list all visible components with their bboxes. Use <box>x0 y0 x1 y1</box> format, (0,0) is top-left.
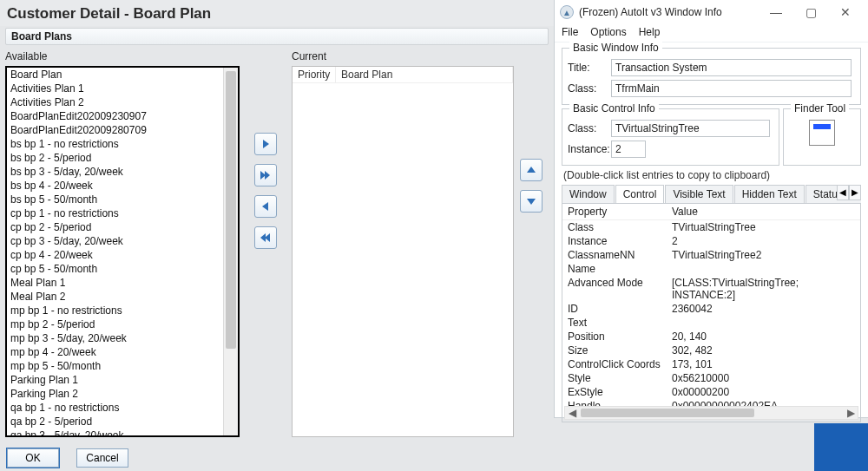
tab-scroll-right[interactable]: ▶ <box>849 185 861 200</box>
move-all-left-button[interactable] <box>254 226 277 249</box>
move-all-right-button[interactable] <box>254 164 277 186</box>
list-item[interactable]: Meal Plan 2 <box>7 290 238 304</box>
list-item[interactable]: bs bp 2 - 5/period <box>7 151 238 165</box>
close-button[interactable]: ✕ <box>828 0 863 24</box>
list-item[interactable]: mp bp 4 - 20/week <box>7 345 238 359</box>
move-left-button[interactable] <box>254 195 277 218</box>
list-item[interactable]: BoardPlanEdit202009230907 <box>7 109 238 123</box>
finder-tool-legend: Finder Tool <box>791 102 849 114</box>
list-item[interactable]: BoardPlanEdit202009280709 <box>7 123 238 137</box>
property-row[interactable]: Text <box>562 316 860 330</box>
list-item[interactable]: Activities Plan 2 <box>7 95 238 109</box>
property-value: [CLASS:TVirtualStringTree; INSTANCE:2] <box>672 277 855 301</box>
property-row[interactable]: Size302, 482 <box>562 343 860 357</box>
property-row[interactable]: ID2360042 <box>562 302 860 316</box>
page-title: Customer Detail - Board Plan <box>0 0 554 26</box>
property-name: Instance <box>568 235 672 247</box>
current-header-priority: Priority <box>293 67 336 82</box>
tab-window[interactable]: Window <box>562 185 615 203</box>
list-item[interactable]: qa bp 1 - no restrictions <box>7 401 238 415</box>
ok-button[interactable]: OK <box>7 448 59 468</box>
list-item[interactable]: cp bp 5 - 50/month <box>7 262 238 276</box>
move-down-button[interactable] <box>520 190 542 213</box>
list-item[interactable]: Parking Plan 1 <box>7 373 238 387</box>
scroll-left-icon[interactable]: ◀ <box>565 407 579 419</box>
list-item[interactable]: cp bp 1 - no restrictions <box>7 206 238 220</box>
list-item[interactable]: Meal Plan 1 <box>7 276 238 290</box>
value-ctrl-instance[interactable]: 2 <box>611 141 646 158</box>
value-window-class[interactable]: TfrmMain <box>611 80 852 97</box>
property-row[interactable]: ClassTVirtualStringTree <box>562 220 860 234</box>
scroll-right-icon[interactable]: ▶ <box>844 407 858 419</box>
property-header-property: Property <box>568 206 672 218</box>
property-row[interactable]: Advanced Mode[CLASS:TVirtualStringTree; … <box>562 276 860 302</box>
list-item[interactable]: cp bp 3 - 5/day, 20/week <box>7 234 238 248</box>
property-name: Size <box>568 344 672 357</box>
minimize-button[interactable]: — <box>759 0 793 24</box>
property-value: 2360042 <box>672 303 855 315</box>
property-row[interactable]: ExStyle0x00000200 <box>562 385 860 399</box>
tab-hidden-text[interactable]: Hidden Text <box>734 185 805 203</box>
tab-visible-text[interactable]: Visible Text <box>665 185 733 203</box>
list-item[interactable]: cp bp 4 - 20/week <box>7 248 238 262</box>
property-row[interactable]: Position20, 140 <box>562 330 860 343</box>
taskbar-corner <box>814 423 868 471</box>
list-item[interactable]: bs bp 3 - 5/day, 20/week <box>7 165 238 179</box>
scrollbar-vertical[interactable] <box>223 68 238 435</box>
list-item[interactable]: mp bp 2 - 5/period <box>7 317 238 331</box>
move-up-button[interactable] <box>520 159 542 181</box>
scrollbar-thumb[interactable] <box>226 71 236 349</box>
basic-control-info-group: Basic Control Info Class:TVirtualStringT… <box>562 108 779 166</box>
current-list[interactable]: Priority Board Plan <box>292 66 514 437</box>
property-row[interactable]: ControlClick Coords173, 101 <box>562 357 860 371</box>
scrollbar-horizontal[interactable]: ◀ ▶ <box>564 406 858 420</box>
autoit-titlebar: ▲ (Frozen) AutoIt v3 Window Info — ▢ ✕ <box>555 0 868 24</box>
property-row[interactable]: Style0x56210000 <box>562 371 860 385</box>
list-item[interactable]: cp bp 2 - 5/period <box>7 220 238 234</box>
cancel-button[interactable]: Cancel <box>76 448 128 468</box>
autoit-icon: ▲ <box>560 5 574 19</box>
list-item[interactable]: mp bp 3 - 5/day, 20/week <box>7 331 238 345</box>
property-name: Name <box>568 263 672 275</box>
menu-help[interactable]: Help <box>639 26 661 38</box>
scrollbar-thumb-h[interactable] <box>581 409 754 417</box>
property-value: 0x00000200 <box>672 386 855 398</box>
move-right-button[interactable] <box>254 133 277 155</box>
available-list[interactable]: Board PlanActivities Plan 1Activities Pl… <box>5 66 240 437</box>
property-name: Position <box>568 330 672 343</box>
property-list[interactable]: Property Value ClassTVirtualStringTreeIn… <box>562 204 861 422</box>
list-item[interactable]: Board Plan <box>7 68 238 82</box>
property-value <box>672 317 855 329</box>
autoit-menubar: File Options Help <box>555 24 868 43</box>
current-list-headers: Priority Board Plan <box>293 67 513 83</box>
property-value <box>672 263 855 275</box>
menu-options[interactable]: Options <box>590 26 626 38</box>
available-column: Available Board PlanActivities Plan 1Act… <box>5 50 240 437</box>
svg-marker-2 <box>265 171 270 180</box>
clipboard-hint: (Double-click list entries to copy to cl… <box>555 166 868 183</box>
value-ctrl-class[interactable]: TVirtualStringTree <box>611 120 770 137</box>
maximize-button[interactable]: ▢ <box>793 0 828 24</box>
list-item[interactable]: bs bp 4 - 20/week <box>7 179 238 193</box>
customer-detail-window: Customer Detail - Board Plan Board Plans… <box>0 0 554 471</box>
menu-file[interactable]: File <box>562 26 578 38</box>
value-window-title[interactable]: Transaction System <box>611 59 852 76</box>
property-row[interactable]: Instance2 <box>562 234 860 248</box>
property-row[interactable]: Name <box>562 262 860 276</box>
dialog-buttons: OK Cancel <box>7 448 128 468</box>
list-item[interactable]: bs bp 1 - no restrictions <box>7 137 238 151</box>
property-header: Property Value <box>562 204 860 220</box>
list-item[interactable]: mp bp 5 - 50/month <box>7 359 238 373</box>
tab-scroll-left[interactable]: ◀ <box>837 185 849 200</box>
available-label: Available <box>5 50 240 62</box>
list-item[interactable]: mp bp 1 - no restrictions <box>7 304 238 317</box>
list-item[interactable]: qa bp 2 - 5/period <box>7 415 238 428</box>
label-title: Title: <box>568 62 611 74</box>
list-item[interactable]: Parking Plan 2 <box>7 387 238 401</box>
list-item[interactable]: bs bp 5 - 50/month <box>7 193 238 206</box>
tab-control[interactable]: Control <box>615 185 665 203</box>
list-item[interactable]: Activities Plan 1 <box>7 82 238 95</box>
list-item[interactable]: qa bp 3 - 5/day, 20/week <box>7 428 238 437</box>
finder-tool-icon[interactable] <box>809 120 835 146</box>
property-row[interactable]: ClassnameNNTVirtualStringTree2 <box>562 248 860 262</box>
